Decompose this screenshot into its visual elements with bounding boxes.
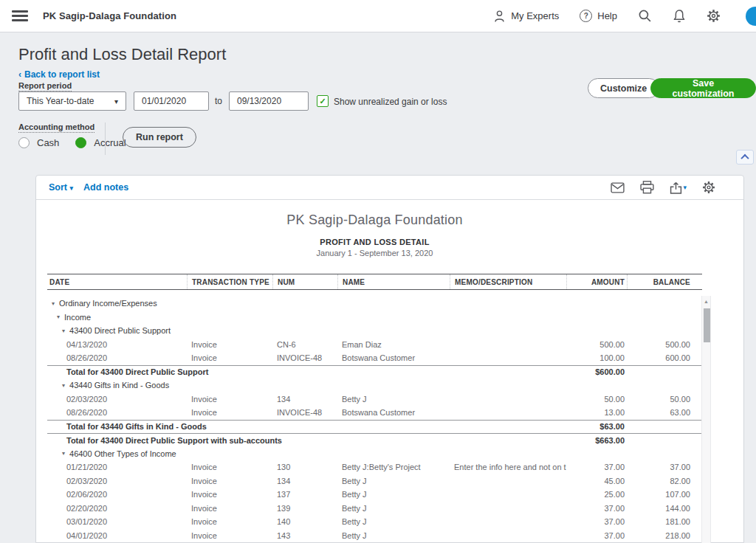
report-toolbar: Sort ▾ Add notes ▾ (36, 176, 743, 200)
menu-bar (12, 15, 28, 17)
my-experts-button[interactable]: My Experts (493, 10, 559, 23)
sort-label: Sort (49, 182, 67, 193)
show-unrealized-label: Show unrealized gain or loss (334, 97, 447, 107)
notifications-button[interactable] (673, 9, 686, 23)
total-row: Total for 43400 Direct Public Support wi… (47, 433, 702, 447)
toolbar-icons: ▾ (611, 181, 715, 194)
accounting-method-label: Accounting method (18, 120, 94, 133)
report-company-name: PK Sagip-Dalaga Foundation (47, 212, 702, 228)
group-row[interactable]: ▾43400 Direct Public Support (47, 324, 702, 338)
cell-balance: 50.00 (627, 395, 698, 404)
print-icon[interactable] (640, 181, 654, 194)
cell-balance: 144.00 (627, 504, 698, 513)
table-row[interactable]: 04/13/2020InvoiceCN-6Eman Diaz500.00500.… (47, 338, 702, 352)
sort-dropdown[interactable]: Sort ▾ (49, 182, 73, 193)
user-avatar[interactable] (746, 7, 756, 26)
table-row[interactable]: 02/03/2020Invoice134Betty J50.0050.00 (47, 392, 702, 407)
cell-name: Botswana Customer (337, 353, 450, 362)
cell-amount: $600.00 (566, 367, 627, 376)
cell-name: Betty J (337, 531, 450, 540)
run-report-button[interactable]: Run report (123, 127, 196, 148)
customize-button[interactable]: Customize (588, 78, 659, 98)
cell-transaction-type: Invoice (187, 463, 272, 471)
show-unrealized-checkbox[interactable]: ✓ (317, 95, 329, 107)
gear-icon (707, 9, 721, 23)
table-header-row: DATE TRANSACTION TYPE NUM NAME MEMO/DESC… (47, 274, 702, 290)
total-row: Total for 43440 Gifts in Kind - Goods$63… (47, 420, 702, 434)
cell-memo: Enter the info here and not on th... (450, 463, 566, 471)
search-button[interactable] (638, 9, 652, 23)
group-label: Ordinary Income/Expenses (59, 299, 157, 308)
table-row[interactable]: 02/20/2020Invoice139Betty J37.00144.00 (47, 502, 702, 516)
scrollbar-thumb[interactable] (704, 308, 710, 342)
date-to-input[interactable]: 09/13/2020 (229, 91, 309, 111)
cell-num: 130 (272, 463, 337, 471)
table-row[interactable]: 03/01/2020Invoice140Betty J37.00181.00 (47, 515, 702, 529)
cash-radio[interactable] (18, 137, 30, 148)
table-row[interactable]: 04/01/2020Invoice143Betty J37.00218.00 (47, 529, 702, 543)
scrollbar-up-arrow[interactable]: ▲ (702, 296, 710, 304)
email-icon[interactable] (611, 182, 625, 193)
group-label: 43400 Direct Public Support (69, 326, 171, 335)
cell-name: Betty J (337, 477, 450, 485)
cell-transaction-type: Invoice (187, 504, 272, 513)
save-customization-button[interactable]: Save customization (650, 78, 756, 98)
date-from-input[interactable]: 01/01/2020 (134, 91, 209, 111)
accrual-label[interactable]: Accrual (94, 137, 126, 148)
table-row[interactable]: 08/26/2020InvoiceINVOICE-48Botswana Cust… (47, 406, 702, 420)
table-row[interactable]: 01/21/2020Invoice130Betty J:Betty's Proj… (47, 460, 702, 474)
cell-num: 134 (272, 395, 337, 404)
cell-date: 01/21/2020 (47, 463, 187, 471)
settings-button[interactable] (707, 9, 721, 23)
cell-transaction-type: Invoice (187, 531, 272, 540)
column-header-num: NUM (272, 274, 337, 289)
cell-amount: $663.00 (566, 436, 627, 445)
table-row[interactable]: 02/03/2020Invoice134Betty J45.0082.00 (47, 474, 702, 488)
chevron-down-icon: ▾ (683, 184, 687, 191)
collapse-triangle-icon: ▾ (62, 382, 65, 389)
cell-name: Eman Diaz (337, 340, 450, 349)
collapse-triangle-icon: ▾ (62, 328, 65, 334)
group-row[interactable]: ▾Income (47, 311, 702, 325)
cell-transaction-type: Invoice (187, 477, 272, 485)
cell-amount: 50.00 (566, 395, 627, 404)
cell-amount: 500.00 (566, 340, 627, 349)
accounting-method-radios: Cash Accrual (18, 137, 135, 148)
vertical-scrollbar[interactable]: ▲ (701, 296, 711, 543)
cell-balance: 500.00 (627, 340, 698, 349)
column-header-balance: BALANCE (627, 274, 698, 289)
cell-date: 08/26/2020 (47, 353, 187, 362)
cell-amount: 45.00 (566, 477, 627, 485)
cell-transaction-type: Invoice (187, 517, 272, 526)
group-row[interactable]: ▾Ordinary Income/Expenses (47, 297, 702, 311)
menu-bar (12, 19, 28, 21)
table-row[interactable]: 08/26/2020InvoiceINVOICE-48Botswana Cust… (47, 351, 702, 365)
table-row[interactable]: 02/06/2020Invoice137Betty J25.00107.00 (47, 488, 702, 502)
report-period-select[interactable]: This Year-to-date ▾ (18, 91, 126, 111)
cell-amount: 100.00 (566, 353, 627, 362)
collapse-triangle-icon: ▾ (57, 314, 60, 320)
cell-name: Botswana Customer (337, 408, 450, 417)
hamburger-menu-icon[interactable] (12, 10, 28, 21)
report-settings-gear-icon[interactable] (702, 181, 715, 194)
help-label: Help (597, 10, 617, 21)
report-header: PK Sagip-Dalaga Foundation PROFIT AND LO… (47, 212, 702, 257)
export-icon[interactable]: ▾ (670, 181, 687, 194)
column-header-date: DATE (47, 274, 187, 289)
collapse-header-button[interactable] (736, 150, 754, 165)
add-notes-link[interactable]: Add notes (83, 182, 128, 193)
cash-label[interactable]: Cash (37, 137, 59, 148)
group-label: Income (64, 313, 91, 322)
group-row[interactable]: ▾43440 Gifts in Kind - Goods (47, 378, 702, 392)
group-row[interactable]: ▾46400 Other Types of Income (47, 447, 702, 461)
cell-num: 137 (272, 490, 337, 499)
accrual-radio[interactable] (75, 137, 86, 148)
cell-name: Betty J (337, 504, 450, 513)
cell-amount: 37.00 (566, 504, 627, 513)
cell-amount: $63.00 (566, 422, 627, 431)
group-label: 46400 Other Types of Income (69, 449, 176, 458)
chevron-down-icon: ▾ (114, 97, 118, 106)
vertical-divider (105, 122, 106, 155)
help-button[interactable]: ? Help (580, 10, 617, 22)
total-label: Total for 43400 Direct Public Support wi… (47, 436, 566, 445)
